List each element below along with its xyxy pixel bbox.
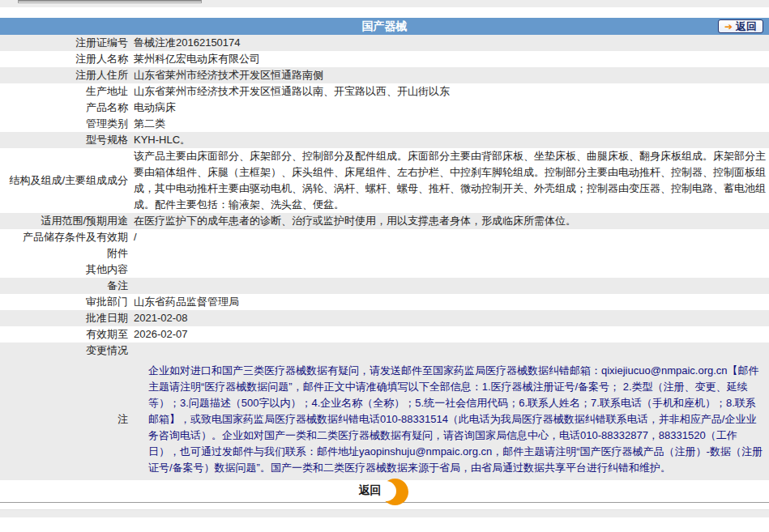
table-row: 产品储存条件及有效期 /: [0, 229, 769, 245]
row-value: 山东省莱州市经济技术开发区恒通路南侧: [134, 67, 769, 83]
row-label: 其他内容: [0, 262, 134, 278]
bottom-actions: 返回: [0, 481, 769, 502]
row-value: [134, 262, 769, 278]
row-label: 管理类别: [0, 116, 134, 132]
row-label: 注: [0, 359, 134, 480]
row-value: [134, 245, 769, 262]
table-row: 注册证编号 鲁械注准20162150174: [0, 35, 769, 51]
row-value: 山东省药品监督管理局: [134, 294, 769, 310]
row-value: 2026-02-07: [134, 326, 769, 343]
row-value: [134, 278, 769, 294]
back-button-top-label: 返回: [736, 21, 757, 32]
row-value: 鲁械注准20162150174: [134, 35, 769, 51]
row-label: 注册证编号: [0, 35, 134, 51]
right-arrow-icon: ➔: [724, 22, 733, 32]
footer-bar: [0, 509, 769, 517]
table-row: 生产地址 山东省莱州市经济技术开发区恒通路以南、开宝路以西、开山街以东: [0, 83, 769, 100]
row-label: 批准日期: [0, 310, 134, 326]
table-row: 备注: [0, 278, 769, 294]
table-row: 管理类别 第二类: [0, 116, 769, 132]
back-button-top[interactable]: ➔ 返回: [718, 19, 763, 33]
table-row: 附件: [0, 245, 769, 262]
note-text: 企业如对进口和国产三类医疗器械数据有疑问，请发送邮件至国家药监局医疗器械数据纠错…: [134, 359, 769, 480]
row-label: 附件: [0, 245, 134, 262]
row-label: 产品名称: [0, 100, 134, 116]
table-row: 适用范围/预期用途 在医疗监护下的成年患者的诊断、治疗或监护时使用，用以支撑患者…: [0, 213, 769, 229]
row-label: 适用范围/预期用途: [0, 213, 134, 229]
table-row: 变更情况: [0, 343, 769, 359]
page-top-strip: [0, 0, 769, 7]
row-value: 电动病床: [134, 100, 769, 116]
table-row: 注册人名称 莱州科亿宏电动床有限公司: [0, 51, 769, 67]
row-label: 结构及组成/主要组成成分: [0, 148, 134, 213]
row-label: 注册人名称: [0, 51, 134, 67]
table-row: 产品名称 电动病床: [0, 100, 769, 116]
row-label: 有效期至: [0, 326, 134, 343]
table-row: 有效期至 2026-02-07: [0, 326, 769, 343]
back-button-bottom[interactable]: 返回: [359, 481, 411, 502]
title-bar: 国产器械 ➔ 返回: [0, 18, 769, 35]
row-label: 审批部门: [0, 294, 134, 310]
row-value: [134, 343, 769, 359]
table-row: 其他内容: [0, 262, 769, 278]
table-row-structure: 结构及组成/主要组成成分 该产品主要由床面部分、床架部分、控制部分及配件组成。床…: [0, 148, 769, 213]
row-label: 备注: [0, 278, 134, 294]
row-value: /: [134, 229, 769, 245]
header-gap: [0, 7, 769, 18]
device-detail-table: 注册证编号 鲁械注准20162150174 注册人名称 莱州科亿宏电动床有限公司…: [0, 35, 769, 480]
row-value: 2021-02-08: [134, 310, 769, 326]
page-title: 国产器械: [362, 19, 408, 34]
row-value: KYH-HLC。: [134, 132, 769, 148]
row-label: 注册人住所: [0, 67, 134, 83]
table-row: 批准日期 2021-02-08: [0, 310, 769, 326]
table-row: 型号规格 KYH-HLC。: [0, 132, 769, 148]
row-value: 在医疗监护下的成年患者的诊断、治疗或监护时使用，用以支撑患者身体，形成临床所需体…: [134, 213, 769, 229]
table-row: 审批部门 山东省药品监督管理局: [0, 294, 769, 310]
back-button-bottom-label: 返回: [359, 483, 382, 498]
row-label: 生产地址: [0, 83, 134, 100]
table-row-note: 注 企业如对进口和国产三类医疗器械数据有疑问，请发送邮件至国家药监局医疗器械数据…: [0, 359, 769, 480]
table-row: 注册人住所 山东省莱州市经济技术开发区恒通路南侧: [0, 67, 769, 83]
row-label: 产品储存条件及有效期: [0, 229, 134, 245]
truncated-input[interactable]: [18, 0, 202, 3]
footer-gap: [0, 503, 769, 509]
row-value: 莱州科亿宏电动床有限公司: [134, 51, 769, 67]
row-value: 第二类: [134, 116, 769, 132]
row-value: 该产品主要由床面部分、床架部分、控制部分及配件组成。床面部分主要由背部床板、坐垫…: [134, 148, 769, 213]
row-label: 变更情况: [0, 343, 134, 359]
row-label: 型号规格: [0, 132, 134, 148]
row-value: 山东省莱州市经济技术开发区恒通路以南、开宝路以西、开山街以东: [134, 83, 769, 100]
